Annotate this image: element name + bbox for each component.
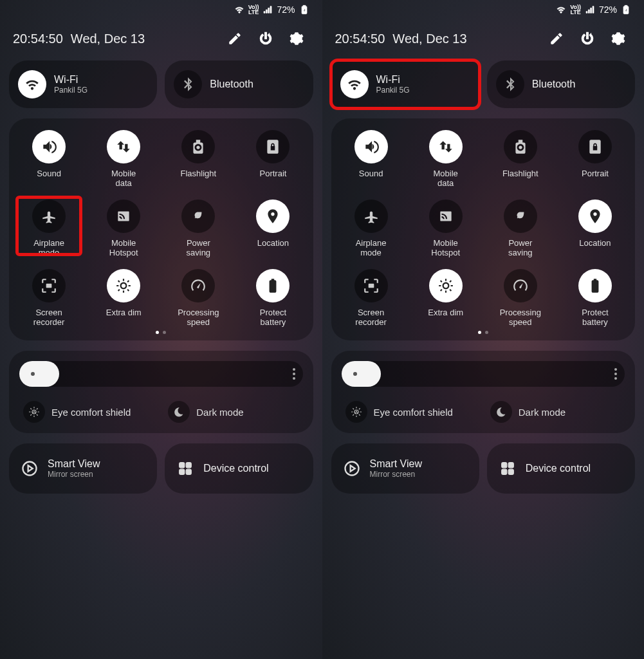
tile-mobile-hotspot[interactable]: Mobile Hotspot bbox=[409, 200, 483, 257]
battery-icon bbox=[587, 277, 603, 294]
brightness-more[interactable] bbox=[614, 368, 617, 380]
gauge-icon bbox=[190, 277, 207, 294]
status-bar: Vo))LTE 72% bbox=[9, 0, 313, 19]
wifi-icon-circle bbox=[340, 70, 369, 98]
brightness-slider[interactable] bbox=[342, 361, 625, 387]
dark-mode-toggle[interactable]: Dark mode bbox=[486, 398, 625, 425]
tile-screen-recorder[interactable]: Screen recorder bbox=[334, 269, 409, 327]
page-indicator[interactable] bbox=[334, 327, 633, 334]
bluetooth-title: Bluetooth bbox=[532, 79, 576, 90]
battery-percent: 72% bbox=[599, 5, 617, 15]
edit-button[interactable] bbox=[544, 26, 569, 51]
brightness-slider[interactable] bbox=[19, 361, 303, 387]
bt-icon-circle bbox=[174, 70, 202, 98]
phone-right: Vo))LTE 72% 20:54:50 Wed, Dec 13 Wi-Fi P… bbox=[322, 0, 645, 659]
tile-extra-dim[interactable]: Extra dim bbox=[409, 269, 483, 327]
tile-processing-speed[interactable]: Processing speed bbox=[161, 269, 235, 327]
brightness-more[interactable] bbox=[293, 368, 295, 380]
wifi-icon bbox=[24, 76, 41, 93]
bluetooth-toggle[interactable]: Bluetooth bbox=[487, 60, 635, 108]
settings-button[interactable] bbox=[284, 26, 309, 51]
wifi-icon-circle bbox=[18, 70, 46, 98]
sun-icon bbox=[349, 368, 361, 380]
tile-airplane-mode[interactable]: Airplane mode bbox=[334, 200, 409, 257]
smart-view-button[interactable]: Smart View Mirror screen bbox=[9, 443, 157, 494]
tile-screen-recorder[interactable]: Screen recorder bbox=[12, 269, 86, 327]
wifi-title: Wi-Fi bbox=[54, 74, 87, 86]
flashlight-icon bbox=[512, 138, 529, 155]
leaf-icon bbox=[190, 208, 207, 225]
wifi-network: Pankil 5G bbox=[54, 86, 87, 95]
tile-flashlight[interactable]: Flashlight bbox=[161, 130, 235, 188]
brightness-panel: Eye comfort shield Dark mode bbox=[331, 351, 636, 433]
tiles-panel: Sound Mobile data Flashlight Portrait Ai… bbox=[331, 118, 636, 340]
wifi-icon bbox=[346, 76, 363, 93]
tile-mobile-hotspot[interactable]: Mobile Hotspot bbox=[86, 200, 161, 257]
tile-location[interactable]: Location bbox=[235, 200, 310, 257]
pencil-icon bbox=[228, 32, 242, 46]
clock-time[interactable]: 20:54:50 bbox=[335, 32, 385, 46]
gauge-icon bbox=[512, 277, 529, 294]
cast-icon bbox=[343, 459, 361, 478]
pin-icon bbox=[587, 208, 603, 225]
phone-left: Vo))LTE 72% 20:54:50 Wed, Dec 13 Wi-Fi P… bbox=[0, 0, 322, 659]
tile-processing-speed[interactable]: Processing speed bbox=[483, 269, 558, 327]
tile-power-saving[interactable]: Power saving bbox=[161, 200, 235, 257]
bluetooth-toggle[interactable]: Bluetooth bbox=[165, 60, 313, 108]
signal-icon bbox=[585, 5, 595, 15]
tiles-panel: Sound Mobile data Flashlight Portrait Ai… bbox=[9, 118, 313, 340]
clock-date[interactable]: Wed, Dec 13 bbox=[392, 32, 538, 46]
clock-time[interactable]: 20:54:50 bbox=[13, 32, 63, 46]
tile-airplane-mode[interactable]: Airplane mode bbox=[12, 200, 86, 257]
dark-mode-toggle[interactable]: Dark mode bbox=[164, 398, 302, 425]
volte-indicator: Vo))LTE bbox=[248, 5, 259, 15]
sound-icon bbox=[363, 138, 380, 155]
tile-protect-battery[interactable]: Protect battery bbox=[558, 269, 632, 327]
tile-extra-dim[interactable]: Extra dim bbox=[86, 269, 161, 327]
page-indicator[interactable] bbox=[12, 327, 311, 334]
sound-icon bbox=[41, 138, 57, 155]
bluetooth-icon bbox=[179, 76, 196, 93]
battery-icon bbox=[264, 277, 281, 294]
tile-sound[interactable]: Sound bbox=[334, 130, 409, 188]
recorder-icon bbox=[363, 277, 380, 294]
gear-icon bbox=[611, 32, 625, 46]
power-icon bbox=[580, 32, 594, 46]
signal-icon bbox=[262, 5, 273, 15]
brightness-panel: Eye comfort shield Dark mode bbox=[9, 351, 313, 433]
battery-status-icon bbox=[621, 5, 631, 15]
eye-comfort-icon bbox=[351, 406, 362, 418]
tile-flashlight[interactable]: Flashlight bbox=[483, 130, 558, 188]
pin-icon bbox=[264, 208, 281, 225]
wifi-network: Pankil 5G bbox=[376, 86, 410, 95]
tile-location[interactable]: Location bbox=[558, 200, 632, 257]
device-control-button[interactable]: Device control bbox=[487, 443, 635, 494]
bluetooth-icon bbox=[502, 76, 519, 93]
pencil-icon bbox=[549, 32, 564, 46]
hotspot-icon bbox=[437, 208, 454, 225]
airplane-icon bbox=[363, 208, 380, 225]
wifi-status-icon bbox=[234, 5, 244, 15]
edit-button[interactable] bbox=[222, 26, 248, 51]
tile-mobile-data[interactable]: Mobile data bbox=[409, 130, 483, 188]
moon-icon bbox=[173, 406, 185, 418]
tile-protect-battery[interactable]: Protect battery bbox=[235, 269, 310, 327]
settings-button[interactable] bbox=[605, 26, 631, 51]
smart-view-button[interactable]: Smart View Mirror screen bbox=[331, 443, 479, 494]
device-control-button[interactable]: Device control bbox=[165, 443, 313, 494]
eye-comfort-toggle[interactable]: Eye comfort shield bbox=[342, 398, 480, 425]
tile-mobile-data[interactable]: Mobile data bbox=[86, 130, 161, 188]
qs-header: 20:54:50 Wed, Dec 13 bbox=[331, 19, 636, 58]
tile-portrait[interactable]: Portrait bbox=[235, 130, 310, 188]
wifi-toggle[interactable]: Wi-Fi Pankil 5G bbox=[331, 60, 479, 108]
wifi-toggle[interactable]: Wi-Fi Pankil 5G bbox=[9, 60, 157, 108]
eye-comfort-toggle[interactable]: Eye comfort shield bbox=[19, 398, 158, 425]
power-button[interactable] bbox=[575, 26, 600, 51]
power-button[interactable] bbox=[253, 26, 279, 51]
tile-sound[interactable]: Sound bbox=[12, 130, 86, 188]
clock-date[interactable]: Wed, Dec 13 bbox=[71, 32, 217, 46]
battery-percent: 72% bbox=[277, 5, 295, 15]
tile-portrait[interactable]: Portrait bbox=[558, 130, 632, 188]
lock-icon bbox=[264, 138, 281, 155]
tile-power-saving[interactable]: Power saving bbox=[483, 200, 558, 257]
